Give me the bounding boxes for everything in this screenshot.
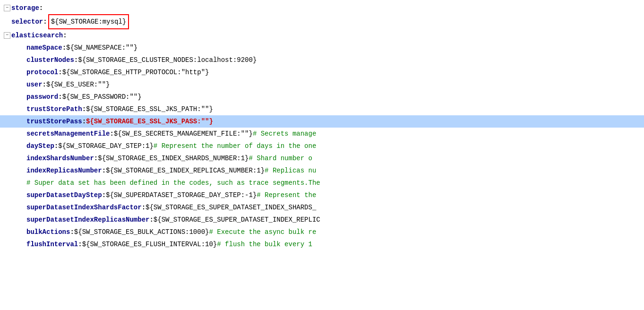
value-secretsmanagement: ${SW_ES_SECRETS_MANAGEMENT_FILE:""}	[114, 128, 253, 140]
code-line-2: selector: ${SW_STORAGE:mysql}	[0, 14, 644, 29]
key-indexreplicasnumber: indexReplicasNumber	[26, 164, 102, 177]
key-secretsmanagement: secretsManagementFile	[26, 128, 110, 140]
value-indexreplicasnumber: ${SW_STORAGE_ES_INDEX_REPLICAS_NUMBER:1}	[106, 164, 265, 177]
comment-indexshardsnumber: # Shard number o	[249, 152, 312, 164]
comment-superdatasetdaystep: # Represent the	[257, 189, 316, 201]
comment-indexreplicasnumber: # Replicas nu	[265, 164, 316, 177]
code-line-11: secretsManagementFile: ${SW_ES_SECRETS_M…	[0, 128, 644, 140]
selector-value: ${SW_STORAGE:mysql}	[51, 18, 127, 26]
value-protocol: ${SW_STORAGE_ES_HTTP_PROTOCOL:"http"}	[62, 66, 209, 78]
colon-4: :	[62, 42, 66, 54]
colon-19: :	[70, 226, 74, 238]
value-daystep: ${SW_STORAGE_DAY_STEP:1}	[58, 140, 154, 152]
value-truststorepath: ${SW_STORAGE_ES_SSL_JKS_PATH:""}	[86, 103, 213, 115]
key-daystep: dayStep	[26, 140, 54, 152]
key-truststorepass: trustStorePass	[26, 115, 82, 128]
colon-1: :	[39, 2, 43, 14]
code-line-15: # Super data set has been defined in the…	[0, 177, 644, 189]
code-line-5: clusterNodes: ${SW_STORAGE_ES_CLUSTER_NO…	[0, 54, 644, 66]
colon-12: :	[54, 140, 58, 152]
value-superdatasetindexreplicasnumber: ${SW_STORAGE_ES_SUPER_DATASET_INDEX_REPL…	[154, 214, 320, 226]
code-line-16: superDatasetDayStep: ${SW_SUPERDATASET_S…	[0, 189, 644, 201]
collapse-icon-1[interactable]: −	[4, 5, 10, 11]
colon-17: :	[142, 201, 146, 214]
key-elasticsearch: elasticsearch	[11, 29, 63, 42]
comment-secretsmanagement: # Secrets manage	[253, 128, 316, 140]
key-protocol: protocol	[26, 66, 58, 78]
key-superdatasetindexshardsfactor: superDatasetIndexShardsFactor	[26, 201, 142, 214]
code-line-19: bulkActions: ${SW_STORAGE_ES_BULK_ACTION…	[0, 226, 644, 238]
key-indexshardsnumber: indexShardsNumber	[26, 152, 94, 164]
value-namespace: ${SW_NAMESPACE:""}	[66, 42, 137, 54]
colon-11: :	[110, 128, 113, 140]
colon-2: :	[43, 16, 47, 28]
value-indexshardsnumber: ${SW_STORAGE_ES_INDEX_SHARDS_NUMBER:1}	[98, 152, 249, 164]
editor-container: − storage: selector: ${SW_STORAGE:mysql}…	[0, 0, 644, 310]
code-line-7: user: ${SW_ES_USER:""}	[0, 78, 644, 91]
selector-value-box: ${SW_STORAGE:mysql}	[48, 14, 129, 29]
key-superdatasetdaystep: superDatasetDayStep	[26, 189, 102, 201]
value-flushinterval: ${SW_STORAGE_ES_FLUSH_INTERVAL:10}	[82, 238, 217, 250]
code-line-13: indexShardsNumber: ${SW_STORAGE_ES_INDEX…	[0, 152, 644, 164]
key-namespace: nameSpace	[26, 42, 62, 54]
code-line-14: indexReplicasNumber: ${SW_STORAGE_ES_IND…	[0, 164, 644, 177]
value-bulkactions: ${SW_STORAGE_ES_BULK_ACTIONS:1000}	[74, 226, 209, 238]
key-clusternodes: clusterNodes	[26, 54, 74, 66]
colon-7: :	[43, 78, 46, 91]
code-line-9: trustStorePath: ${SW_STORAGE_ES_SSL_JKS_…	[0, 103, 644, 115]
collapse-icon-3[interactable]: −	[4, 32, 10, 39]
colon-9: :	[82, 103, 86, 115]
value-user: ${SW_ES_USER:""}	[46, 78, 110, 91]
colon-20: :	[78, 238, 82, 250]
key-user: user	[26, 78, 43, 91]
comment-flushinterval: # flush the bulk every 1	[217, 238, 312, 250]
key-superdatasetindexreplicasnumber: superDatasetIndexReplicasNumber	[26, 214, 149, 226]
colon-14: :	[102, 164, 106, 177]
code-line-20: flushInterval: ${SW_STORAGE_ES_FLUSH_INT…	[0, 238, 644, 250]
colon-10: :	[82, 115, 86, 128]
code-line-18: superDatasetIndexReplicasNumber: ${SW_ST…	[0, 214, 644, 226]
code-line-3: − elasticsearch:	[0, 29, 644, 42]
colon-8: :	[58, 91, 62, 103]
code-line-4: nameSpace: ${SW_NAMESPACE:""}	[0, 42, 644, 54]
comment-superdataset: # Super data set has been defined in the…	[26, 177, 320, 189]
code-line-1: − storage:	[0, 2, 644, 14]
comment-bulkactions: # Execute the async bulk re	[209, 226, 316, 238]
key-flushinterval: flushInterval	[26, 238, 78, 250]
code-line-12: dayStep: ${SW_STORAGE_DAY_STEP:1} # Repr…	[0, 140, 644, 152]
value-superdatasetdaystep: ${SW_SUPERDATASET_STORAGE_DAY_STEP:-1}	[106, 189, 257, 201]
key-bulkactions: bulkActions	[26, 226, 70, 238]
colon-6: :	[58, 66, 62, 78]
value-password: ${SW_ES_PASSWORD:""}	[62, 91, 142, 103]
code-line-6: protocol: ${SW_STORAGE_ES_HTTP_PROTOCOL:…	[0, 66, 644, 78]
code-line-8: password: ${SW_ES_PASSWORD:""}	[0, 91, 644, 103]
value-truststorepass: ${SW_STORAGE_ES_SSL_JKS_PASS:""}	[86, 115, 213, 128]
colon-3: :	[63, 29, 67, 42]
key-truststorepath: trustStorePath	[26, 103, 82, 115]
colon-13: :	[94, 152, 98, 164]
comment-daystep: # Represent the number of days in the on…	[154, 140, 316, 152]
code-area: − storage: selector: ${SW_STORAGE:mysql}…	[0, 0, 644, 252]
key-password: password	[26, 91, 58, 103]
key-selector: selector	[11, 16, 43, 28]
value-superdatasetindexshardsfactor: ${SW_STORAGE_ES_SUPER_DATASET_INDEX_SHAR…	[146, 201, 316, 214]
colon-5: :	[74, 54, 78, 66]
value-clusternodes: ${SW_STORAGE_ES_CLUSTER_NODES:localhost:…	[78, 54, 257, 66]
colon-16: :	[102, 189, 106, 201]
key-storage: storage	[11, 2, 39, 14]
code-line-17: superDatasetIndexShardsFactor: ${SW_STOR…	[0, 201, 644, 214]
colon-18: :	[149, 214, 153, 226]
code-line-10: trustStorePass: ${SW_STORAGE_ES_SSL_JKS_…	[0, 115, 644, 128]
